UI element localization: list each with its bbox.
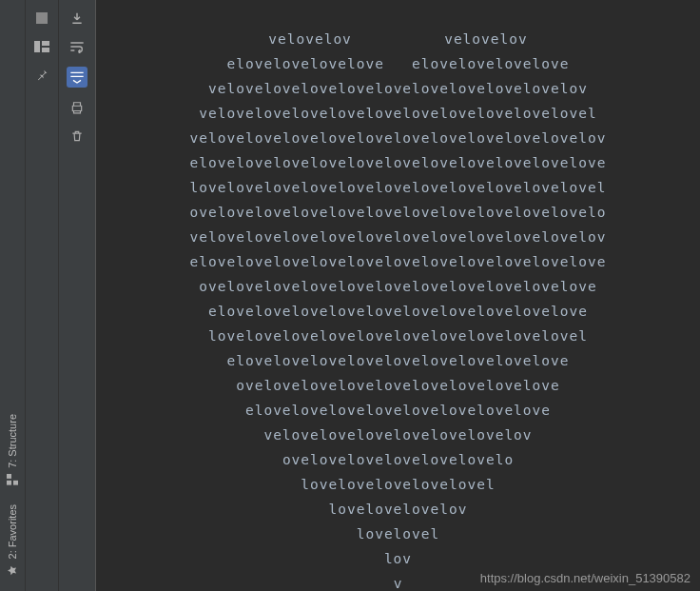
output-line: elovelovelovelovelovelovelovelovelovelov… [96,299,700,324]
output-line: lovelovel [96,522,700,546]
output-line: lovelovelovelovelovelovelovelovelovelove… [96,324,700,348]
output-line: elovelovelovelove elovelovelovelove [96,51,700,76]
print-icon[interactable] [68,99,86,116]
wrap-icon[interactable] [68,38,86,55]
trash-icon[interactable] [68,128,86,145]
svg-rect-5 [42,41,49,46]
output-line: elovelovelovelovelovelovelovelovelovelov… [96,150,700,175]
favorites-tool-button[interactable]: 2: Favorites [7,495,18,585]
editor-pane: velovelov velovelovelovelovelovelove elo… [96,0,700,591]
output-line: velovelovelovelovelovelovelovelovelovelo… [96,225,700,249]
output-line: lovelovelovelovelovel [96,472,700,497]
output-line: elovelovelovelovelovelovelovelove [96,398,700,423]
output-line: velovelovelovelovelovelovelov [96,423,700,447]
output-line: ovelovelovelovelovelovelovelovelove [96,373,700,398]
output-line: ovelovelovelovelovelovelovelovelovelovel… [96,200,700,225]
output-line: ovelovelovelovelovelovelovelovelovelovel… [96,274,700,299]
output-line: elovelovelovelovelovelovelovelovelovelov… [96,249,700,274]
svg-rect-1 [7,474,11,479]
stop-icon[interactable] [33,10,50,27]
output-line: ovelovelovelovelovelovelo [96,447,700,472]
layout-icon[interactable] [33,38,50,55]
output-line: velovelovelovelovelovelovelovelovelovelo… [96,76,700,101]
tool-window-rail: 7: Structure 2: Favorites [0,0,26,591]
svg-rect-0 [7,481,11,485]
output-line: lovelovelovelov [96,497,700,522]
svg-rect-3 [36,12,48,24]
favorites-label: 2: Favorites [7,504,18,559]
output-line: lovelovelovelovelovelovelovelovelovelove… [96,175,700,200]
output-line: lov [96,546,700,571]
scroll-to-end-icon[interactable] [67,67,88,88]
structure-icon [7,474,18,485]
output-line: velovelov velovelov [96,27,700,51]
output-line: velovelovelovelovelovelovelovelovelovelo… [96,126,700,150]
action-column [59,0,96,591]
output-content: velovelov velovelovelovelovelovelove elo… [96,0,700,591]
svg-rect-2 [13,481,18,485]
svg-rect-4 [34,41,40,52]
structure-tool-button[interactable]: 7: Structure [7,404,18,495]
watermark-url: https://blog.csdn.net/weixin_51390582 [480,571,690,585]
svg-rect-6 [42,48,49,52]
output-line: velovelovelovelovelovelovelovelovelovelo… [96,101,700,126]
gutter-icons [26,0,59,591]
download-icon[interactable] [68,10,86,27]
pin-icon[interactable] [33,67,50,84]
structure-label: 7: Structure [7,414,18,468]
output-line: elovelovelovelovelovelovelovelovelove [96,348,700,373]
star-icon [7,564,18,576]
